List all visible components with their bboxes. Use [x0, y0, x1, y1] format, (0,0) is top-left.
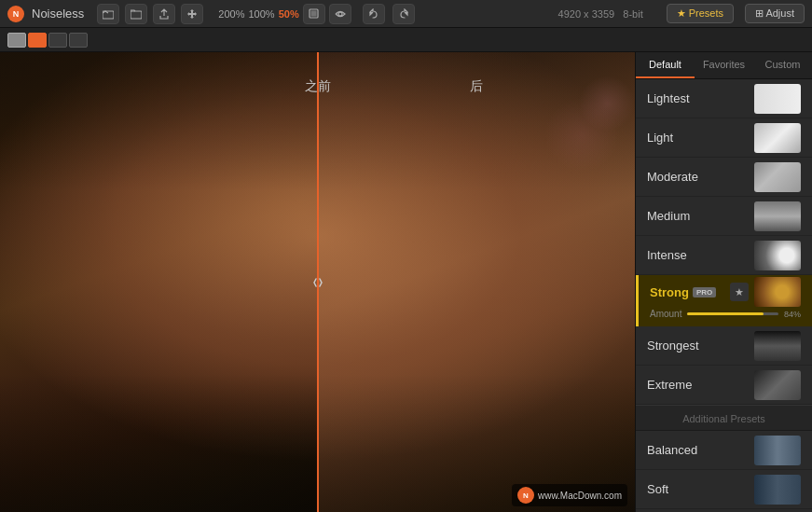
- preset-intense-label: Intense: [647, 248, 754, 262]
- preset-extreme-label: Extreme: [647, 378, 754, 392]
- preset-strong[interactable]: Strong PRO ★ Amount 84%: [636, 275, 812, 326]
- preset-soft-thumb: [754, 475, 801, 505]
- view-split-vertical-button[interactable]: [28, 33, 47, 48]
- panel-tabs: Default Favorites Custom: [636, 52, 812, 79]
- preset-moderate[interactable]: Moderate: [636, 158, 812, 197]
- svg-rect-1: [131, 11, 142, 19]
- eye-button[interactable]: [329, 4, 351, 24]
- adjust-button[interactable]: ⊞ Adjust: [745, 4, 805, 23]
- app-logo: N: [7, 6, 24, 22]
- preset-strong-thumb: [754, 277, 801, 307]
- tab-default[interactable]: Default: [636, 52, 695, 78]
- preset-lightest[interactable]: Lightest: [636, 79, 812, 118]
- right-panel: Default Favorites Custom Lightest Light: [635, 52, 812, 512]
- toolbar-tools: [97, 4, 203, 24]
- additional-presets-header: Additional Presets: [636, 405, 812, 431]
- zoom-50[interactable]: 50%: [279, 8, 299, 20]
- preset-list: Lightest Light Moderate Medium Intense: [636, 79, 812, 512]
- tab-custom[interactable]: Custom: [753, 52, 812, 78]
- presets-button[interactable]: ★ Presets: [667, 4, 734, 23]
- share-button[interactable]: [153, 4, 175, 24]
- preset-balanced-thumb: [754, 436, 801, 465]
- image-info: 4920 x 3359 8-bit: [558, 8, 643, 20]
- view-full-button[interactable]: [69, 33, 88, 48]
- watermark-logo: N: [517, 487, 534, 504]
- preset-moderate-thumb: [754, 162, 801, 192]
- svg-point-4: [338, 12, 342, 16]
- redo-button[interactable]: [392, 4, 415, 24]
- amount-value: 84%: [784, 310, 801, 319]
- preset-strong-star[interactable]: ★: [730, 283, 749, 301]
- preset-lightest-thumb: [754, 84, 801, 114]
- view-thirds-button[interactable]: [48, 33, 67, 48]
- open-file-button[interactable]: [97, 4, 119, 24]
- preset-soft-label: Soft: [647, 482, 754, 496]
- preset-strongest[interactable]: Strongest: [636, 326, 812, 366]
- watermark: N www.MacDown.com: [512, 484, 627, 506]
- preset-moderate-label: Moderate: [647, 170, 754, 184]
- preset-balanced[interactable]: Balanced: [636, 431, 812, 470]
- app-title: Noiseless: [32, 7, 84, 21]
- titlebar: N Noiseless 200% 100%: [0, 0, 812, 28]
- amount-slider[interactable]: [687, 312, 778, 315]
- preset-medium-label: Medium: [647, 209, 754, 223]
- image-area[interactable]: 之前 后 N www.MacDown.com: [0, 52, 635, 512]
- secondary-toolbar: [0, 28, 812, 52]
- move-button[interactable]: [181, 4, 203, 24]
- split-view-controls: [7, 33, 88, 48]
- preset-lightest-label: Lightest: [647, 91, 754, 105]
- preset-soft[interactable]: Soft: [636, 470, 812, 509]
- preset-light[interactable]: Light: [636, 118, 812, 158]
- svg-rect-3: [311, 11, 316, 16]
- preset-strongest-label: Strongest: [647, 339, 754, 353]
- preset-strong-amount: Amount 84%: [639, 309, 812, 326]
- tab-favorites[interactable]: Favorites: [695, 52, 753, 78]
- preset-extreme[interactable]: Extreme: [636, 366, 812, 405]
- fit-button[interactable]: [303, 4, 325, 24]
- preset-strong-label: Strong: [650, 285, 689, 299]
- zoom-controls: 200% 100% 50%: [218, 4, 351, 24]
- preset-medium-thumb: [754, 201, 801, 231]
- zoom-200[interactable]: 200%: [218, 8, 244, 20]
- main-content: 之前 后 N www.MacDown.com Default Favorites: [0, 52, 812, 512]
- preset-strong-header[interactable]: Strong PRO ★: [639, 275, 812, 309]
- split-handle[interactable]: [309, 273, 327, 292]
- preset-light-label: Light: [647, 131, 754, 145]
- folder-button[interactable]: [125, 4, 147, 24]
- preset-medium[interactable]: Medium: [636, 197, 812, 236]
- amount-fill: [687, 312, 764, 315]
- preset-light-thumb: [754, 123, 801, 153]
- preset-intense[interactable]: Intense: [636, 236, 812, 275]
- after-label: 后: [470, 78, 483, 95]
- preset-intense-thumb: [754, 241, 801, 270]
- undo-button[interactable]: [363, 4, 385, 24]
- preset-extreme-thumb: [754, 370, 801, 400]
- preset-strongest-thumb: [754, 331, 801, 361]
- preset-balanced-label: Balanced: [647, 443, 754, 457]
- amount-label: Amount: [650, 309, 681, 319]
- zoom-100[interactable]: 100%: [249, 8, 275, 20]
- watermark-text: www.MacDown.com: [538, 491, 622, 501]
- view-split-half-button[interactable]: [7, 33, 26, 48]
- preset-strong-pro-badge: PRO: [693, 287, 716, 298]
